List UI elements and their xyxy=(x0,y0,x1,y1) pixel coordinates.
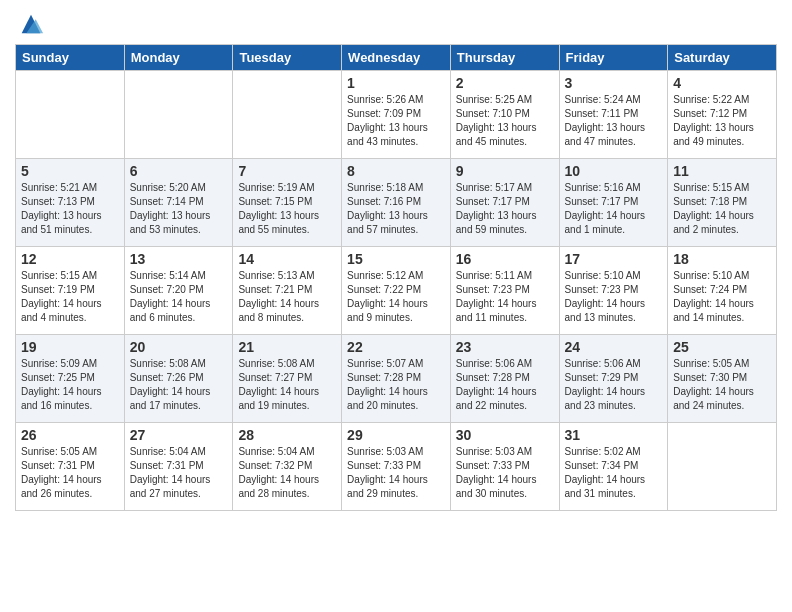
day-info: Sunrise: 5:05 AM Sunset: 7:30 PM Dayligh… xyxy=(673,357,771,413)
weekday-header: Tuesday xyxy=(233,45,342,71)
page-container: SundayMondayTuesdayWednesdayThursdayFrid… xyxy=(0,0,792,516)
day-number: 25 xyxy=(673,339,771,355)
day-number: 18 xyxy=(673,251,771,267)
day-info: Sunrise: 5:25 AM Sunset: 7:10 PM Dayligh… xyxy=(456,93,554,149)
logo xyxy=(15,10,45,38)
day-info: Sunrise: 5:11 AM Sunset: 7:23 PM Dayligh… xyxy=(456,269,554,325)
day-info: Sunrise: 5:12 AM Sunset: 7:22 PM Dayligh… xyxy=(347,269,445,325)
day-number: 9 xyxy=(456,163,554,179)
day-number: 4 xyxy=(673,75,771,91)
calendar-week-row: 26Sunrise: 5:05 AM Sunset: 7:31 PM Dayli… xyxy=(16,423,777,511)
day-info: Sunrise: 5:15 AM Sunset: 7:19 PM Dayligh… xyxy=(21,269,119,325)
calendar-cell: 7Sunrise: 5:19 AM Sunset: 7:15 PM Daylig… xyxy=(233,159,342,247)
day-number: 12 xyxy=(21,251,119,267)
day-info: Sunrise: 5:18 AM Sunset: 7:16 PM Dayligh… xyxy=(347,181,445,237)
day-number: 17 xyxy=(565,251,663,267)
day-info: Sunrise: 5:04 AM Sunset: 7:32 PM Dayligh… xyxy=(238,445,336,501)
day-number: 11 xyxy=(673,163,771,179)
day-number: 14 xyxy=(238,251,336,267)
day-info: Sunrise: 5:07 AM Sunset: 7:28 PM Dayligh… xyxy=(347,357,445,413)
calendar-cell: 4Sunrise: 5:22 AM Sunset: 7:12 PM Daylig… xyxy=(668,71,777,159)
day-number: 29 xyxy=(347,427,445,443)
calendar-cell: 28Sunrise: 5:04 AM Sunset: 7:32 PM Dayli… xyxy=(233,423,342,511)
day-number: 23 xyxy=(456,339,554,355)
day-number: 2 xyxy=(456,75,554,91)
day-number: 28 xyxy=(238,427,336,443)
day-number: 7 xyxy=(238,163,336,179)
calendar-cell: 6Sunrise: 5:20 AM Sunset: 7:14 PM Daylig… xyxy=(124,159,233,247)
day-info: Sunrise: 5:09 AM Sunset: 7:25 PM Dayligh… xyxy=(21,357,119,413)
day-number: 13 xyxy=(130,251,228,267)
day-number: 20 xyxy=(130,339,228,355)
calendar-cell: 19Sunrise: 5:09 AM Sunset: 7:25 PM Dayli… xyxy=(16,335,125,423)
day-info: Sunrise: 5:13 AM Sunset: 7:21 PM Dayligh… xyxy=(238,269,336,325)
day-number: 26 xyxy=(21,427,119,443)
day-info: Sunrise: 5:15 AM Sunset: 7:18 PM Dayligh… xyxy=(673,181,771,237)
day-info: Sunrise: 5:05 AM Sunset: 7:31 PM Dayligh… xyxy=(21,445,119,501)
day-number: 21 xyxy=(238,339,336,355)
calendar-cell: 8Sunrise: 5:18 AM Sunset: 7:16 PM Daylig… xyxy=(342,159,451,247)
day-number: 27 xyxy=(130,427,228,443)
calendar-week-row: 1Sunrise: 5:26 AM Sunset: 7:09 PM Daylig… xyxy=(16,71,777,159)
day-number: 10 xyxy=(565,163,663,179)
calendar-cell: 9Sunrise: 5:17 AM Sunset: 7:17 PM Daylig… xyxy=(450,159,559,247)
calendar-cell: 26Sunrise: 5:05 AM Sunset: 7:31 PM Dayli… xyxy=(16,423,125,511)
day-info: Sunrise: 5:03 AM Sunset: 7:33 PM Dayligh… xyxy=(347,445,445,501)
calendar-cell: 17Sunrise: 5:10 AM Sunset: 7:23 PM Dayli… xyxy=(559,247,668,335)
day-number: 24 xyxy=(565,339,663,355)
day-info: Sunrise: 5:21 AM Sunset: 7:13 PM Dayligh… xyxy=(21,181,119,237)
day-number: 6 xyxy=(130,163,228,179)
day-info: Sunrise: 5:14 AM Sunset: 7:20 PM Dayligh… xyxy=(130,269,228,325)
calendar-cell xyxy=(233,71,342,159)
day-number: 1 xyxy=(347,75,445,91)
day-info: Sunrise: 5:20 AM Sunset: 7:14 PM Dayligh… xyxy=(130,181,228,237)
day-info: Sunrise: 5:04 AM Sunset: 7:31 PM Dayligh… xyxy=(130,445,228,501)
calendar-cell: 3Sunrise: 5:24 AM Sunset: 7:11 PM Daylig… xyxy=(559,71,668,159)
calendar-cell: 23Sunrise: 5:06 AM Sunset: 7:28 PM Dayli… xyxy=(450,335,559,423)
day-info: Sunrise: 5:16 AM Sunset: 7:17 PM Dayligh… xyxy=(565,181,663,237)
day-info: Sunrise: 5:24 AM Sunset: 7:11 PM Dayligh… xyxy=(565,93,663,149)
page-header xyxy=(15,10,777,38)
day-number: 16 xyxy=(456,251,554,267)
day-number: 22 xyxy=(347,339,445,355)
day-number: 31 xyxy=(565,427,663,443)
day-info: Sunrise: 5:22 AM Sunset: 7:12 PM Dayligh… xyxy=(673,93,771,149)
calendar-cell: 18Sunrise: 5:10 AM Sunset: 7:24 PM Dayli… xyxy=(668,247,777,335)
day-info: Sunrise: 5:08 AM Sunset: 7:26 PM Dayligh… xyxy=(130,357,228,413)
day-info: Sunrise: 5:08 AM Sunset: 7:27 PM Dayligh… xyxy=(238,357,336,413)
calendar-cell xyxy=(16,71,125,159)
day-number: 15 xyxy=(347,251,445,267)
calendar-table: SundayMondayTuesdayWednesdayThursdayFrid… xyxy=(15,44,777,511)
calendar-cell xyxy=(668,423,777,511)
calendar-cell: 31Sunrise: 5:02 AM Sunset: 7:34 PM Dayli… xyxy=(559,423,668,511)
calendar-cell: 22Sunrise: 5:07 AM Sunset: 7:28 PM Dayli… xyxy=(342,335,451,423)
calendar-cell: 20Sunrise: 5:08 AM Sunset: 7:26 PM Dayli… xyxy=(124,335,233,423)
day-number: 3 xyxy=(565,75,663,91)
calendar-cell: 2Sunrise: 5:25 AM Sunset: 7:10 PM Daylig… xyxy=(450,71,559,159)
calendar-cell xyxy=(124,71,233,159)
day-info: Sunrise: 5:10 AM Sunset: 7:24 PM Dayligh… xyxy=(673,269,771,325)
weekday-header: Saturday xyxy=(668,45,777,71)
calendar-week-row: 12Sunrise: 5:15 AM Sunset: 7:19 PM Dayli… xyxy=(16,247,777,335)
calendar-cell: 27Sunrise: 5:04 AM Sunset: 7:31 PM Dayli… xyxy=(124,423,233,511)
weekday-header-row: SundayMondayTuesdayWednesdayThursdayFrid… xyxy=(16,45,777,71)
calendar-cell: 21Sunrise: 5:08 AM Sunset: 7:27 PM Dayli… xyxy=(233,335,342,423)
day-info: Sunrise: 5:06 AM Sunset: 7:28 PM Dayligh… xyxy=(456,357,554,413)
day-info: Sunrise: 5:06 AM Sunset: 7:29 PM Dayligh… xyxy=(565,357,663,413)
day-info: Sunrise: 5:26 AM Sunset: 7:09 PM Dayligh… xyxy=(347,93,445,149)
calendar-cell: 10Sunrise: 5:16 AM Sunset: 7:17 PM Dayli… xyxy=(559,159,668,247)
weekday-header: Wednesday xyxy=(342,45,451,71)
day-info: Sunrise: 5:19 AM Sunset: 7:15 PM Dayligh… xyxy=(238,181,336,237)
day-number: 5 xyxy=(21,163,119,179)
day-number: 30 xyxy=(456,427,554,443)
calendar-week-row: 5Sunrise: 5:21 AM Sunset: 7:13 PM Daylig… xyxy=(16,159,777,247)
day-number: 8 xyxy=(347,163,445,179)
calendar-cell: 1Sunrise: 5:26 AM Sunset: 7:09 PM Daylig… xyxy=(342,71,451,159)
calendar-week-row: 19Sunrise: 5:09 AM Sunset: 7:25 PM Dayli… xyxy=(16,335,777,423)
calendar-cell: 11Sunrise: 5:15 AM Sunset: 7:18 PM Dayli… xyxy=(668,159,777,247)
day-info: Sunrise: 5:02 AM Sunset: 7:34 PM Dayligh… xyxy=(565,445,663,501)
calendar-cell: 13Sunrise: 5:14 AM Sunset: 7:20 PM Dayli… xyxy=(124,247,233,335)
weekday-header: Sunday xyxy=(16,45,125,71)
calendar-cell: 30Sunrise: 5:03 AM Sunset: 7:33 PM Dayli… xyxy=(450,423,559,511)
calendar-cell: 29Sunrise: 5:03 AM Sunset: 7:33 PM Dayli… xyxy=(342,423,451,511)
